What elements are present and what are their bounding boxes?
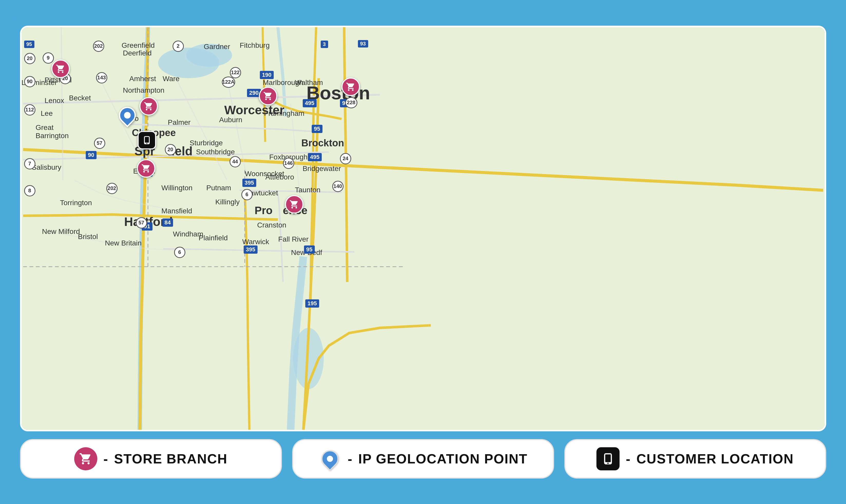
place-sturbridge: Sturbridge xyxy=(190,139,223,147)
shield-rt146: 146 xyxy=(283,158,294,169)
geo-marker[interactable] xyxy=(119,107,137,130)
place-amherst: Amherst xyxy=(129,75,156,83)
shield-rt6: 6 xyxy=(241,189,253,200)
place-greenfield: Greenfield xyxy=(122,41,155,50)
shield-rt140: 140 xyxy=(332,181,344,192)
place-bridgewater: Bridgewater xyxy=(303,165,341,173)
shield-rt122a: 122A xyxy=(222,76,235,88)
legend-customer-dash: - xyxy=(626,451,630,467)
place-killingly: Killingly xyxy=(215,198,240,206)
place-lee: Lee xyxy=(41,109,53,118)
customer-marker[interactable] xyxy=(138,131,156,149)
shield-i190: 190 xyxy=(260,71,274,79)
shield-rt143: 143 xyxy=(96,72,107,84)
place-taunton: Taunton xyxy=(295,186,321,194)
place-becket: Becket xyxy=(69,94,91,102)
place-auburn: Auburn xyxy=(219,116,242,124)
shield-rt202: 202 xyxy=(93,40,104,52)
svg-point-13 xyxy=(608,463,609,464)
shield-i395a: 395 xyxy=(242,179,256,187)
shield-i84: 84 xyxy=(162,218,173,227)
place-fitchburg: Fitchburg xyxy=(240,41,270,50)
legend-store-branch: - STORE BRANCH xyxy=(20,439,282,479)
legend-geo-icon xyxy=(318,447,341,470)
place-mansfield: Mansfield xyxy=(162,207,192,215)
shield-rt8: 8 xyxy=(24,185,35,196)
shield-i495a: 495 xyxy=(308,153,322,161)
shield-rt6b: 6 xyxy=(174,247,185,258)
place-framingham: Framingham xyxy=(264,109,305,118)
place-warwick: Warwick xyxy=(242,238,269,246)
legend-geo-point: - IP GEOLOCATION POINT xyxy=(292,439,554,479)
svg-point-10 xyxy=(146,143,147,144)
place-bristol: Bristol xyxy=(78,233,98,241)
place-willington: Willington xyxy=(162,184,193,192)
shield-i95a: 95 xyxy=(312,125,323,133)
svg-rect-12 xyxy=(606,454,611,462)
legend-geo-dash: - xyxy=(348,451,352,467)
shield-rt112: 112 xyxy=(24,104,35,115)
place-great-barrington: GreatBarrington xyxy=(36,124,69,140)
shield-rt44: 44 xyxy=(230,156,241,167)
legend-customer-location: - CUSTOMER LOCATION xyxy=(564,439,826,479)
app-container: Greenfield Deerfield Gardner Fitchburg P… xyxy=(12,8,834,496)
place-salisbury: Salisbury xyxy=(32,163,61,172)
legend-store-label: STORE BRANCH xyxy=(114,451,228,467)
store-marker-boston[interactable] xyxy=(341,77,360,96)
shield-rt57b: 57 xyxy=(136,217,147,229)
legend-store-icon xyxy=(74,447,97,470)
map-wrapper: Greenfield Deerfield Gardner Fitchburg P… xyxy=(20,26,826,431)
store-marker-providence[interactable] xyxy=(285,195,304,214)
place-northampton: Northampton xyxy=(123,86,165,94)
svg-rect-9 xyxy=(145,137,149,143)
shield-rt7: 7 xyxy=(24,158,35,169)
place-southbridge: Southbridge xyxy=(196,148,235,156)
place-palmer: Palmer xyxy=(168,119,191,127)
legend-geo-label: IP GEOLOCATION POINT xyxy=(358,451,528,467)
place-ware: Ware xyxy=(163,75,180,83)
shield-rt24: 24 xyxy=(340,153,351,164)
map-background[interactable]: Greenfield Deerfield Gardner Fitchburg P… xyxy=(22,27,825,430)
legend-customer-icon xyxy=(596,447,619,470)
shield-rt202b: 202 xyxy=(106,183,118,194)
shield-i93b: 93 xyxy=(358,40,368,48)
place-deerfield: Deerfield xyxy=(123,49,152,57)
shield-rt90: 90 xyxy=(24,76,35,87)
shield-i95b: 95 xyxy=(304,246,315,254)
place-torrington: Torrington xyxy=(60,199,92,207)
shield-rt2: 2 xyxy=(173,40,184,52)
place-woonsocket: Woonsocket xyxy=(245,170,285,178)
store-marker-holyoke[interactable] xyxy=(140,97,158,115)
shield-rt20b: 20 xyxy=(165,144,176,155)
shield-rt122: 122 xyxy=(230,67,241,78)
shield-i90: 90 xyxy=(86,151,96,159)
legend-row: - STORE BRANCH - IP GEOLOCATION POINT - … xyxy=(20,439,826,479)
shield-i395b: 395 xyxy=(244,246,258,254)
place-fall-river: Fall River xyxy=(278,235,309,244)
place-gardner: Gardner xyxy=(204,42,230,51)
shield-i3: 3 xyxy=(321,40,328,48)
place-plainfield: Plainfield xyxy=(199,234,228,242)
legend-customer-label: CUSTOMER LOCATION xyxy=(636,451,794,467)
shield-rt228: 228 xyxy=(345,97,357,108)
place-putnam: Putnam xyxy=(206,184,231,192)
shield-i195: 195 xyxy=(305,299,319,308)
store-marker-worcester[interactable] xyxy=(259,87,277,105)
shield-rt20c: 20 xyxy=(24,53,35,64)
shield-i495b: 495 xyxy=(303,99,317,107)
legend-store-dash: - xyxy=(104,451,108,467)
shield-i95top: 95 xyxy=(24,40,34,48)
place-new-milford: New Milford xyxy=(42,228,80,236)
store-marker-pittsfield[interactable] xyxy=(51,59,70,78)
store-marker-hartford[interactable] xyxy=(137,159,155,178)
place-brockton: Brockton xyxy=(302,138,344,149)
place-lenox: Lenox xyxy=(45,96,64,105)
place-cranston: Cranston xyxy=(257,221,287,229)
place-new-britain: New Britain xyxy=(105,239,142,247)
shield-rt57: 57 xyxy=(94,138,105,149)
